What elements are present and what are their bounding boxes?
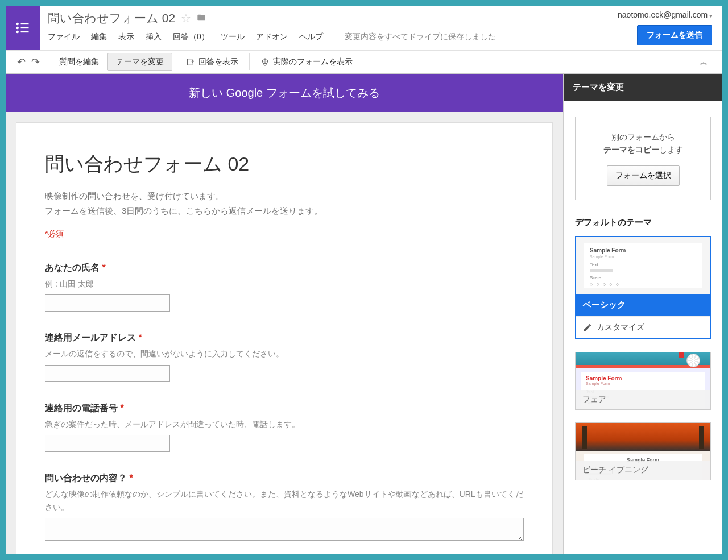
email-input[interactable] <box>45 365 170 382</box>
show-responses-label: 回答を表示 <box>198 57 238 67</box>
document-title[interactable]: 問い合わせフォーム 02 <box>48 10 175 26</box>
app-window: 問い合わせフォーム 02 ☆ ファイル 編集 表示 挿入 回答（0） ツール ア… <box>6 6 722 554</box>
menu-addons[interactable]: アドオン <box>256 32 288 42</box>
toolbar-separator <box>249 53 250 70</box>
undo-button[interactable]: ↶ <box>17 56 26 68</box>
theme-preview: Sample Form Sample Form Text Scale ○○○○○ <box>576 237 710 294</box>
change-theme-button[interactable]: テーマを変更 <box>107 53 172 71</box>
toolbar: ↶ ↷ 質問を編集 テーマを変更 回答を表示 実際のフォームを表示 ︽ <box>6 50 722 74</box>
question-label: 連絡用メールアドレス * <box>45 332 524 344</box>
default-themes-heading: デフォルトのテーマ <box>564 211 722 236</box>
theme-name: ベーシック <box>576 294 710 316</box>
theme-card-basic[interactable]: Sample Form Sample Form Text Scale ○○○○○… <box>575 236 711 339</box>
question-content: 問い合わせの内容？ * どんな映像の制作依頼なのか、シンプルに書いてください。ま… <box>45 472 524 543</box>
toolbar-separator <box>48 53 48 70</box>
form-description: 映像制作の問い合わせを、受け付けています。 フォームを送信後、3日間のうちに、こ… <box>45 189 524 218</box>
copy-text-bold: テーマをコピー <box>603 145 659 154</box>
question-label-text: 問い合わせの内容？ <box>45 473 127 483</box>
toolbar-separator <box>175 53 175 70</box>
copy-text-prefix: 別のフォームから <box>611 132 675 142</box>
theme-preview-title: Sample Form <box>590 247 696 254</box>
copy-theme-box: 別のフォームから テーマをコピーします フォームを選択 <box>575 117 711 200</box>
list-icon <box>15 20 31 36</box>
form-title: 問い合わせフォーム 02 <box>45 151 524 177</box>
phone-input[interactable] <box>45 435 170 452</box>
question-name: あなたの氏名 * 例 : 山田 太郎 <box>45 262 524 312</box>
drawer-menu-button[interactable] <box>6 6 40 50</box>
svg-point-2 <box>17 27 18 28</box>
theme-name: フェア <box>576 390 710 409</box>
change-theme-label: テーマを変更 <box>116 57 164 67</box>
copy-text-suffix: します <box>659 145 683 154</box>
form-preview-card: 問い合わせフォーム 02 映像制作の問い合わせを、受け付けています。 フォームを… <box>16 122 553 554</box>
edit-questions-button[interactable]: 質問を編集 <box>51 53 107 71</box>
theme-side-panel: テーマを変更 別のフォームから テーマをコピーします フォームを選択 デフォルト… <box>563 74 722 554</box>
form-description-line: 映像制作の問い合わせを、受け付けています。 <box>45 189 524 204</box>
question-label-text: 連絡用メールアドレス <box>45 333 136 342</box>
question-label: あなたの氏名 * <box>45 262 524 274</box>
question-label-text: あなたの氏名 <box>45 263 100 272</box>
header-main: 問い合わせフォーム 02 ☆ ファイル 編集 表示 挿入 回答（0） ツール ア… <box>40 6 607 42</box>
menu-insert[interactable]: 挿入 <box>146 32 162 42</box>
question-help: 急ぎの案件だった時、メールアドレスが間違っていた時、電話します。 <box>45 418 524 430</box>
question-label: 問い合わせの内容？ * <box>45 472 524 484</box>
theme-card-fair[interactable]: Sample Form Sample Form Text Scale フェア <box>575 352 711 410</box>
menu-tools[interactable]: ツール <box>221 32 245 42</box>
menu-bar: ファイル 編集 表示 挿入 回答（0） ツール アドオン ヘルプ 変更内容をすべ… <box>48 32 599 42</box>
theme-customize-button[interactable]: カスタマイズ <box>576 316 710 338</box>
question-help: どんな映像の制作依頼なのか、シンプルに書いてください。また、資料となるようなWe… <box>45 488 524 513</box>
app-header: 問い合わせフォーム 02 ☆ ファイル 編集 表示 挿入 回答（0） ツール ア… <box>6 6 722 50</box>
show-responses-button[interactable]: 回答を表示 <box>177 53 247 71</box>
required-asterisk: * <box>102 263 105 272</box>
svg-point-0 <box>17 23 18 24</box>
title-row: 問い合わせフォーム 02 ☆ <box>48 10 599 26</box>
form-description-line: フォームを送信後、3日間のうちに、こちらから返信メールを送ります。 <box>45 204 524 218</box>
required-asterisk: * <box>129 473 133 483</box>
new-forms-promo-banner[interactable]: 新しい Google フォームを試してみる <box>6 74 563 112</box>
content-textarea[interactable] <box>45 518 524 541</box>
svg-point-4 <box>17 31 18 32</box>
save-status: 変更内容をすべてドライブに保存しました <box>345 32 496 42</box>
side-panel-header: テーマを変更 <box>564 74 722 101</box>
menu-help[interactable]: ヘルプ <box>299 32 323 42</box>
theme-name: ビーチ イブニング <box>576 461 710 480</box>
menu-edit[interactable]: 編集 <box>91 32 107 42</box>
customize-label: カスタマイズ <box>597 322 644 333</box>
collapse-toolbar-icon[interactable]: ︽ <box>700 57 708 67</box>
question-phone: 連絡用の電話番号 * 急ぎの案件だった時、メールアドレスが間違っていた時、電話し… <box>45 403 524 452</box>
edit-questions-label: 質問を編集 <box>59 57 99 67</box>
svg-rect-6 <box>188 59 192 65</box>
question-help: メールの返信をするので、間違いがないように入力してください。 <box>45 347 524 360</box>
copy-theme-text: 別のフォームから テーマをコピーします <box>586 131 700 156</box>
name-input[interactable] <box>45 294 170 312</box>
undo-redo-group: ↶ ↷ <box>11 56 46 68</box>
globe-icon <box>260 57 270 67</box>
export-icon <box>186 57 195 67</box>
menu-responses[interactable]: 回答（0） <box>173 32 209 42</box>
view-live-form-label: 実際のフォームを表示 <box>273 57 353 67</box>
menu-file[interactable]: ファイル <box>48 32 80 42</box>
select-form-button[interactable]: フォームを選択 <box>607 165 680 186</box>
header-right: naotomo.eck@gmail.com フォームを送信 <box>607 6 722 50</box>
theme-card-beach-evening[interactable]: Sample Form Text Scale ビーチ イブニング <box>575 422 711 480</box>
menu-view[interactable]: 表示 <box>118 32 134 42</box>
question-label-text: 連絡用の電話番号 <box>45 403 118 413</box>
redo-button[interactable]: ↷ <box>31 56 40 68</box>
question-label: 連絡用の電話番号 * <box>45 403 524 414</box>
star-icon[interactable]: ☆ <box>181 11 191 25</box>
required-note: *必須 <box>45 229 524 239</box>
main-column: 新しい Google フォームを試してみる 問い合わせフォーム 02 映像制作の… <box>6 74 563 554</box>
question-email: 連絡用メールアドレス * メールの返信をするので、間違いがないように入力してくだ… <box>45 332 524 381</box>
body-area: 新しい Google フォームを試してみる 問い合わせフォーム 02 映像制作の… <box>6 74 722 554</box>
folder-icon[interactable] <box>197 12 206 25</box>
question-help: 例 : 山田 太郎 <box>45 277 524 290</box>
user-account[interactable]: naotomo.eck@gmail.com <box>618 10 712 19</box>
send-form-button[interactable]: フォームを送信 <box>637 25 712 45</box>
required-asterisk: * <box>138 333 142 342</box>
required-asterisk: * <box>120 403 123 413</box>
view-live-form-button[interactable]: 実際のフォームを表示 <box>252 53 361 71</box>
theme-preview-title: Sample Form <box>586 375 700 381</box>
pencil-icon <box>583 323 592 332</box>
